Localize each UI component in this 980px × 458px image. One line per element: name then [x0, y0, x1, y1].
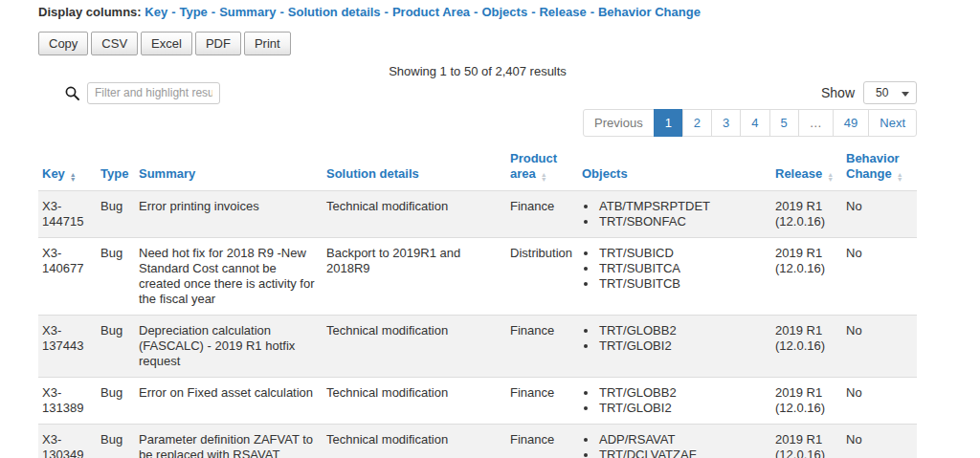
- cell-objects: TRT/SUBICD TRT/SUBITCA TRT/SUBITCB: [578, 237, 771, 315]
- pagination-row: Previous 1 2 3 4 5 … 49 Next: [38, 109, 917, 137]
- column-header-product-area[interactable]: Product area▲▼: [506, 147, 578, 190]
- separator: -: [279, 5, 283, 19]
- copy-button[interactable]: Copy: [38, 32, 88, 55]
- table-row: X3-137443 Bug Depreciation calculation (…: [38, 315, 917, 377]
- object-item: ATB/TMPSRPTDET: [598, 199, 768, 214]
- pagination-page-1[interactable]: 1: [655, 109, 683, 137]
- pagination-ellipsis: …: [799, 109, 834, 137]
- export-buttons-bar: Copy CSV Excel PDF Print: [38, 32, 917, 55]
- cell-product-area: Distribution: [506, 237, 578, 315]
- pagination: Previous 1 2 3 4 5 … 49 Next: [583, 109, 917, 137]
- search-group: [64, 82, 220, 104]
- column-header-type: Type: [97, 147, 135, 190]
- cell-summary: Error printing invoices: [135, 190, 323, 237]
- separator: -: [171, 5, 175, 19]
- cell-behavior-change: No: [842, 424, 917, 458]
- excel-button[interactable]: Excel: [141, 32, 192, 55]
- separator: -: [531, 5, 535, 19]
- cell-objects: TRT/GLOBB2 TRT/GLOBI2: [578, 315, 771, 377]
- cell-solution-details: Technical modification: [323, 190, 506, 237]
- page-size-select[interactable]: 50: [863, 81, 917, 104]
- cell-summary: Error on Fixed asset calculation: [135, 377, 323, 424]
- object-item: TRT/GLOBI2: [598, 401, 768, 416]
- column-header-summary: Summary: [135, 147, 323, 190]
- separator: -: [474, 5, 478, 19]
- results-table: Key▲▼ Type Summary Solution details Prod…: [38, 147, 917, 458]
- pagination-previous[interactable]: Previous: [583, 109, 655, 137]
- object-item: TRT/SBONFAC: [598, 214, 768, 229]
- column-header-key[interactable]: Key▲▼: [38, 147, 97, 190]
- cell-type: Bug: [97, 190, 135, 237]
- display-column-link-solution-details[interactable]: Solution details: [288, 5, 381, 19]
- cell-product-area: Finance: [506, 377, 578, 424]
- cell-behavior-change: No: [842, 190, 917, 237]
- cell-release: 2019 R1 (12.0.16): [771, 315, 842, 377]
- cell-key: X3-144715: [38, 190, 97, 237]
- cell-solution-details: Technical modification: [323, 315, 506, 377]
- display-column-link-summary[interactable]: Summary: [219, 5, 276, 19]
- cell-key: X3-130349: [38, 424, 97, 458]
- object-item: TRT/GLOBI2: [598, 338, 768, 354]
- sort-icon: ▲▼: [541, 172, 547, 182]
- pagination-page-4[interactable]: 4: [741, 109, 769, 137]
- pagination-page-3[interactable]: 3: [712, 109, 741, 137]
- display-columns-label: Display columns:: [38, 5, 142, 19]
- cell-solution-details: Technical modification: [323, 377, 506, 424]
- object-item: TRT/DCLVATZAF: [598, 447, 768, 458]
- pagination-page-49[interactable]: 49: [834, 109, 869, 137]
- search-icon: [64, 85, 80, 101]
- cell-product-area: Finance: [506, 424, 578, 458]
- object-item: ADP/RSAVAT: [598, 432, 768, 447]
- pagination-page-2[interactable]: 2: [683, 109, 712, 137]
- pdf-button[interactable]: PDF: [195, 32, 241, 55]
- cell-objects: TRT/GLOBB2 TRT/GLOBI2: [578, 377, 771, 424]
- display-column-link-product-area[interactable]: Product Area: [392, 5, 470, 19]
- page-size-group: Show 50: [821, 81, 917, 104]
- object-item: TRT/SUBITCA: [598, 261, 768, 276]
- column-header-release[interactable]: Release▲▼: [771, 147, 842, 190]
- cell-behavior-change: No: [842, 377, 917, 424]
- table-header-row: Key▲▼ Type Summary Solution details Prod…: [38, 147, 917, 190]
- search-input[interactable]: [87, 82, 220, 104]
- dropdown-caret-icon: [902, 92, 909, 97]
- results-summary: Showing 1 to 50 of 2,407 results: [38, 64, 917, 78]
- object-item: TRT/GLOBB2: [598, 385, 768, 401]
- display-column-link-type[interactable]: Type: [179, 5, 207, 19]
- cell-behavior-change: No: [842, 237, 917, 315]
- display-column-link-behavior-change[interactable]: Behavior Change: [598, 5, 701, 19]
- controls-row: Show 50: [38, 81, 917, 104]
- cell-behavior-change: No: [842, 315, 917, 377]
- column-header-objects: Objects: [578, 147, 771, 190]
- cell-summary: Need hot fix for 2018 R9 -New Standard C…: [135, 237, 323, 315]
- cell-type: Bug: [97, 424, 135, 458]
- separator: -: [590, 5, 594, 19]
- cell-key: X3-140677: [38, 237, 97, 315]
- cell-objects: ADP/RSAVAT TRT/DCLVATZAF: [578, 424, 771, 458]
- cell-solution-details: Backport to 2019R1 and 2018R9: [323, 237, 506, 315]
- display-column-link-objects[interactable]: Objects: [481, 5, 527, 19]
- cell-type: Bug: [97, 237, 135, 315]
- cell-objects: ATB/TMPSRPTDET TRT/SBONFAC: [578, 190, 771, 237]
- display-column-link-release[interactable]: Release: [539, 5, 586, 19]
- cell-product-area: Finance: [506, 315, 578, 377]
- cell-summary: Parameter definition ZAFVAT to be replac…: [135, 424, 323, 458]
- cell-product-area: Finance: [506, 190, 578, 237]
- page-size-label: Show: [821, 85, 855, 100]
- csv-button[interactable]: CSV: [91, 32, 138, 55]
- separator: -: [385, 5, 389, 19]
- display-column-link-key[interactable]: Key: [145, 5, 167, 19]
- table-row: X3-140677 Bug Need hot fix for 2018 R9 -…: [38, 237, 917, 315]
- cell-release: 2019 R1 (12.0.16): [771, 190, 842, 237]
- separator: -: [212, 5, 215, 19]
- page-container: Display columns: Key-Type-Summary-Soluti…: [38, 0, 917, 458]
- table-row: X3-131389 Bug Error on Fixed asset calcu…: [38, 377, 917, 424]
- print-button[interactable]: Print: [244, 32, 291, 55]
- pagination-next[interactable]: Next: [869, 109, 917, 137]
- column-header-behavior-change[interactable]: Behavior Change▲▼: [842, 147, 917, 190]
- cell-key: X3-131389: [38, 377, 97, 424]
- table-row: X3-130349 Bug Parameter definition ZAFVA…: [38, 424, 917, 458]
- pagination-page-5[interactable]: 5: [770, 109, 799, 137]
- cell-solution-details: Technical modification: [323, 424, 506, 458]
- object-item: TRT/SUBICD: [598, 246, 768, 261]
- cell-type: Bug: [97, 315, 135, 377]
